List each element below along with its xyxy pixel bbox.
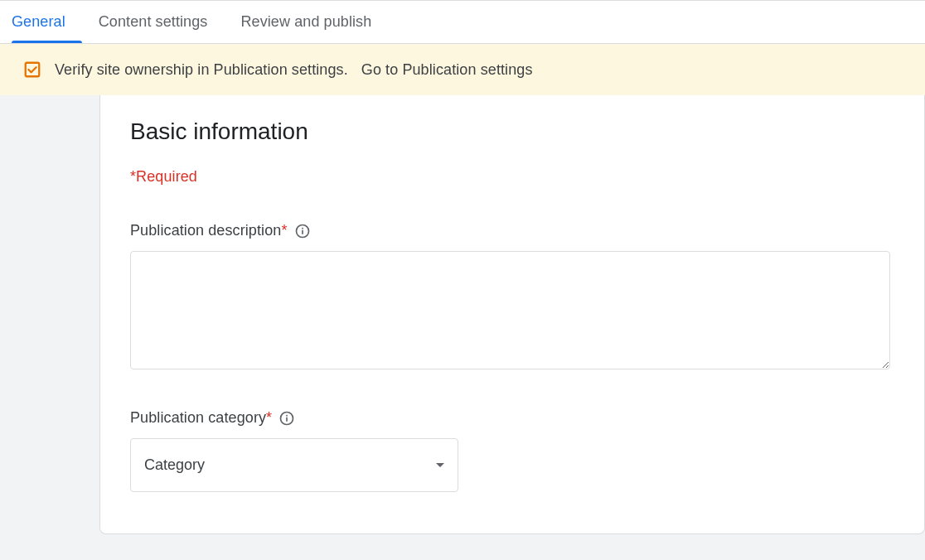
tabs-bar: General Content settings Review and publ… [0, 0, 925, 44]
label-text: Publication description [130, 222, 281, 239]
go-to-publication-settings-link[interactable]: Go to Publication settings [361, 61, 533, 79]
tab-general[interactable]: General [12, 1, 82, 43]
tab-review-and-publish[interactable]: Review and publish [224, 1, 388, 43]
info-icon[interactable] [294, 223, 311, 239]
info-icon[interactable] [278, 410, 295, 427]
verify-checkbox-icon [23, 60, 41, 79]
required-asterisk: * [266, 409, 272, 426]
field-publication-category: Publication category* Category [130, 409, 894, 492]
page-body: Basic information *Required Publication … [0, 95, 925, 560]
field-label-row: Publication description* [130, 222, 894, 239]
required-note: *Required [130, 168, 894, 186]
section-title: Basic information [130, 118, 894, 145]
notification-banner: Verify site ownership in Publication set… [0, 44, 925, 95]
publication-description-input[interactable] [130, 251, 890, 369]
svg-rect-5 [286, 417, 288, 421]
svg-rect-2 [302, 229, 303, 234]
banner-text: Verify site ownership in Publication set… [55, 61, 348, 79]
field-label: Publication category* [130, 409, 272, 427]
field-label-row: Publication category* [130, 409, 894, 427]
tab-label: Content settings [99, 13, 208, 31]
svg-rect-6 [286, 414, 288, 416]
tab-label: General [12, 13, 65, 31]
chevron-down-icon [436, 463, 444, 467]
basic-information-card: Basic information *Required Publication … [99, 95, 925, 534]
tab-content-settings[interactable]: Content settings [82, 1, 225, 43]
field-publication-description: Publication description* [130, 222, 894, 373]
required-asterisk: * [281, 222, 287, 239]
svg-rect-3 [302, 227, 303, 229]
svg-rect-0 [26, 63, 40, 77]
publication-category-select[interactable]: Category [130, 438, 458, 492]
field-label: Publication description* [130, 222, 288, 239]
tab-label: Review and publish [240, 13, 371, 31]
select-placeholder: Category [144, 456, 205, 474]
label-text: Publication category [130, 409, 266, 426]
